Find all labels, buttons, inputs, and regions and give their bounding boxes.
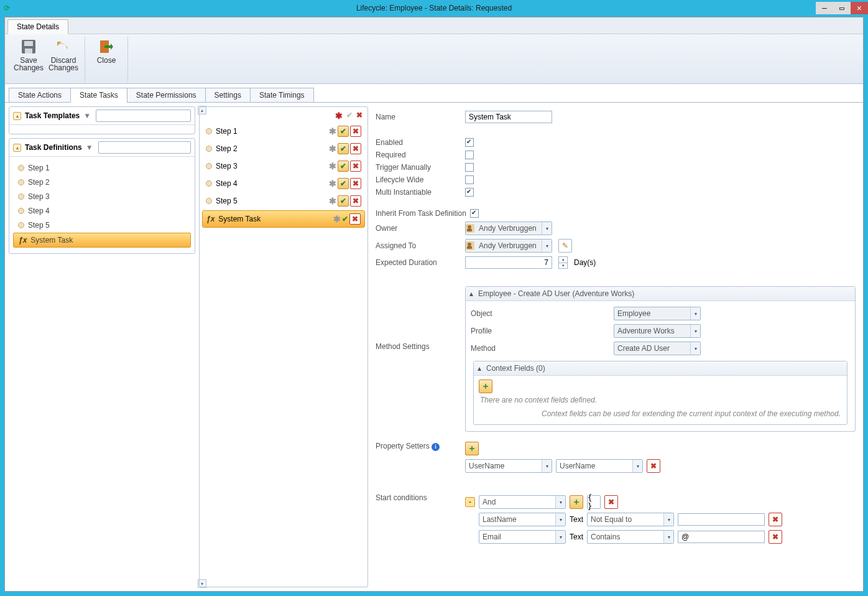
new-required-icon[interactable]: ✱ [335,111,343,121]
collapse-icon[interactable]: ▴ [478,364,481,373]
tab-state-timings[interactable]: State Timings [250,88,314,103]
required-checkbox[interactable] [465,151,474,159]
profile-dropdown[interactable]: Adventure Works▾ [614,324,701,338]
list-item[interactable]: Step 4 ✱✔✖ [202,175,365,192]
collapse-icon[interactable]: ▴ [13,144,21,152]
add-context-field-button[interactable]: ＋ [479,379,492,393]
multi-instantiable-checkbox[interactable] [465,188,474,197]
list-item-selected[interactable]: ƒxSystem Task ✱✔✖ [202,210,365,228]
name-input[interactable] [465,111,552,123]
tree-item[interactable]: Step 2 [13,175,191,189]
tab-settings[interactable]: Settings [205,88,251,103]
tree-item[interactable]: Step 1 [13,161,191,175]
property-left-dropdown[interactable]: UserName▾ [465,459,552,473]
method-dropdown[interactable]: Create AD User▾ [614,342,701,355]
chevron-down-icon: ▾ [542,240,552,252]
window-maximize-button[interactable]: ▭ [833,2,851,14]
delete-button[interactable]: ✖ [350,178,361,189]
window-close-button[interactable]: ✕ [851,2,868,14]
person-icon [466,241,474,250]
context-fields-group: ▴Context Fields (0) ＋ There are no conte… [473,361,847,425]
ribbon-tab-state-details[interactable]: State Details [7,19,68,34]
discard-changes-button[interactable]: Discard Changes [48,37,78,72]
window-minimize-button[interactable]: — [816,2,833,14]
task-definitions-search[interactable] [98,141,191,154]
confirm-button[interactable]: ✔ [338,126,349,137]
condition-value-input[interactable] [678,513,765,526]
expected-duration-input[interactable] [465,256,552,269]
svg-rect-1 [24,41,33,46]
collapse-icon[interactable]: ▴ [13,112,21,120]
collapse-icon[interactable]: ▴ [469,289,473,298]
condition-field-dropdown[interactable]: LastName▾ [479,513,566,526]
trigger-manually-checkbox[interactable] [465,163,474,172]
inherit-checkbox[interactable] [470,209,479,218]
edit-assigned-button[interactable]: ✎ [558,239,572,253]
context-fields-header: Context Fields (0) [486,364,545,373]
condition-operator-dropdown[interactable]: Contains▾ [587,530,674,544]
list-item[interactable]: Step 2 ✱✔✖ [202,141,365,157]
confirm-button[interactable]: ✔ [338,161,349,172]
assigned-to-dropdown[interactable]: Andy Verbruggen▾ [465,239,552,253]
condition-value-input[interactable] [678,531,765,543]
remove-icon[interactable]: ✖ [356,111,362,121]
property-right-dropdown[interactable]: UserName▾ [556,459,643,473]
task-definitions-panel: ▴ Task Definitions ▼ Step 1 Step 2 Step … [9,138,195,254]
confirm-button[interactable]: ✔ [338,143,349,154]
delete-button[interactable]: ✖ [350,143,361,154]
tab-state-permissions[interactable]: State Permissions [127,88,206,103]
enabled-checkbox[interactable] [465,138,474,147]
expression-button[interactable]: { } [587,495,601,509]
method-settings-label: Method Settings [376,286,459,351]
object-dropdown[interactable]: Employee▾ [614,307,701,320]
remove-property-setter-button[interactable]: ✖ [647,459,660,473]
filter-icon[interactable]: ▼ [86,143,95,152]
tree-item-selected[interactable]: ƒxSystem Task [13,233,191,248]
delete-button[interactable]: ✖ [350,195,361,207]
condition-type-label: Text [570,533,583,541]
task-templates-search[interactable] [96,109,191,122]
delete-button[interactable]: ✖ [350,161,361,172]
task-definitions-label: Task Definitions [25,143,82,152]
start-conditions-label: Start conditions [376,493,459,502]
delete-button[interactable]: ✖ [350,126,361,137]
save-icon [20,38,37,55]
inherit-label: Inherit From Task Definition [376,209,466,218]
remove-condition-button[interactable]: ✖ [769,513,782,526]
tree-item[interactable]: Step 4 [13,204,191,218]
confirm-button[interactable]: ✔ [338,178,349,189]
method-label: Method [471,344,607,353]
list-item[interactable]: Step 1 ✱✔✖ [202,123,365,139]
save-changes-button[interactable]: Save Changes [14,37,44,72]
close-button[interactable]: Close [91,37,121,64]
delete-button[interactable]: ✖ [349,213,361,225]
tree-item[interactable]: Step 5 [13,218,191,232]
property-setters-label: Property Setters i [376,442,459,451]
collapse-condition-button[interactable]: - [465,497,475,507]
info-icon[interactable]: i [432,443,440,451]
owner-dropdown[interactable]: Andy Verbruggen▾ [465,221,552,235]
add-condition-button[interactable]: ＋ [570,495,583,509]
confirm-button[interactable]: ✔ [338,195,349,207]
lifecycle-wide-checkbox[interactable] [465,175,474,184]
condition-field-dropdown[interactable]: Email▾ [479,530,566,544]
multi-instantiable-label: Multi Instantiable [376,188,459,197]
add-property-setter-button[interactable]: ＋ [465,442,479,455]
confirm-icon[interactable]: ✔ [342,215,348,223]
enabled-label: Enabled [376,138,459,147]
assigned-to-label: Assigned To [376,241,459,250]
list-item[interactable]: Step 5 ✱✔✖ [202,193,365,209]
remove-condition-button[interactable]: ✖ [769,530,782,544]
required-icon: ✱ [329,161,336,171]
start-operator-dropdown[interactable]: And▾ [479,495,566,509]
tab-state-tasks[interactable]: State Tasks [70,88,127,103]
remove-condition-group-button[interactable]: ✖ [604,495,618,509]
list-item[interactable]: Step 3 ✱✔✖ [202,158,365,174]
filter-icon[interactable]: ▼ [83,111,92,120]
condition-operator-dropdown[interactable]: Not Equal to▾ [587,513,674,526]
tree-item[interactable]: Step 3 [13,190,191,203]
duration-unit: Day(s) [574,258,596,267]
tab-state-actions[interactable]: State Actions [9,88,71,103]
duration-spinner[interactable]: ▴▾ [558,256,568,269]
confirm-icon[interactable]: ✔ [346,111,353,121]
